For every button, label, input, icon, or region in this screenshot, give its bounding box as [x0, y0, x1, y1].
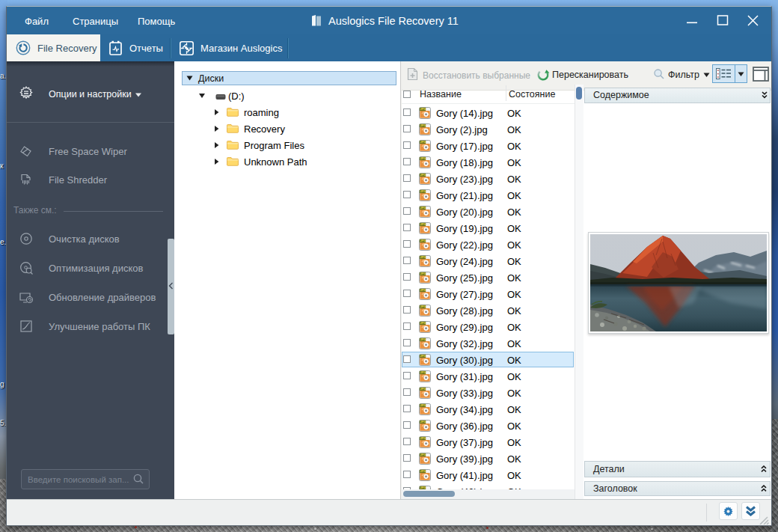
- svg-text:JPG: JPG: [420, 223, 426, 226]
- svg-text:JPG: JPG: [420, 124, 426, 127]
- svg-text:JPG: JPG: [420, 272, 426, 275]
- svg-text:JPG: JPG: [420, 190, 426, 193]
- svg-text:JPG: JPG: [420, 256, 426, 259]
- svg-text:JPG: JPG: [420, 404, 426, 407]
- svg-text:JPG: JPG: [420, 322, 426, 325]
- svg-text:JPG: JPG: [420, 437, 426, 440]
- svg-text:JPG: JPG: [420, 305, 426, 308]
- svg-text:JPG: JPG: [420, 421, 426, 424]
- svg-text:JPG: JPG: [420, 141, 426, 144]
- svg-text:JPG: JPG: [420, 207, 426, 210]
- svg-text:JPG: JPG: [420, 338, 426, 341]
- svg-text:JPG: JPG: [420, 174, 426, 177]
- svg-text:JPG: JPG: [420, 108, 426, 111]
- svg-text:JPG: JPG: [420, 388, 426, 391]
- svg-text:JPG: JPG: [420, 239, 426, 242]
- svg-text:JPG: JPG: [420, 157, 426, 160]
- svg-text:JPG: JPG: [420, 355, 426, 358]
- svg-text:JPG: JPG: [420, 453, 426, 456]
- svg-text:JPG: JPG: [420, 470, 426, 473]
- svg-text:JPG: JPG: [420, 289, 426, 292]
- svg-text:JPG: JPG: [420, 371, 426, 374]
